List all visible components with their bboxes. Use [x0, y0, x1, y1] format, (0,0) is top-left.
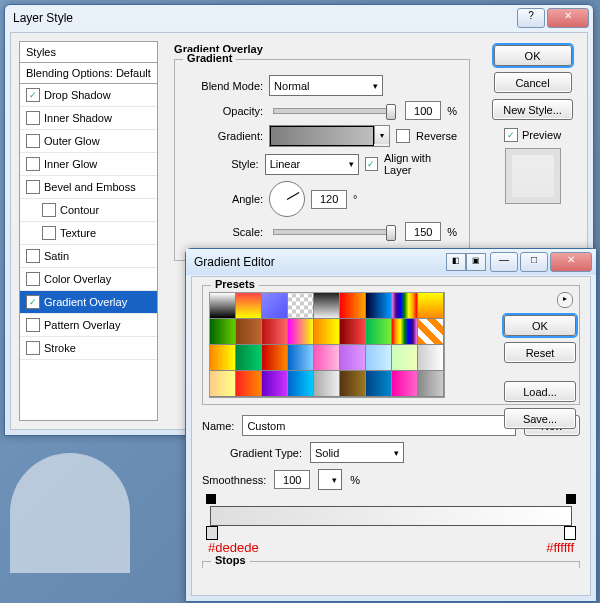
- presets-menu-button[interactable]: ▸: [557, 292, 573, 308]
- preset-swatch[interactable]: [417, 344, 444, 371]
- blend-mode-select[interactable]: Normal: [269, 75, 383, 96]
- preset-swatch[interactable]: [209, 318, 236, 345]
- preset-swatch[interactable]: [235, 292, 262, 319]
- preset-swatch[interactable]: [313, 318, 340, 345]
- preset-swatch[interactable]: [261, 344, 288, 371]
- style-row-drop-shadow[interactable]: Drop Shadow: [20, 84, 157, 107]
- preset-swatch[interactable]: [313, 292, 340, 319]
- preset-swatch[interactable]: [391, 344, 418, 371]
- preset-swatch[interactable]: [417, 292, 444, 319]
- preset-swatch[interactable]: [261, 292, 288, 319]
- style-checkbox[interactable]: [26, 341, 40, 355]
- preset-swatch[interactable]: [287, 318, 314, 345]
- reverse-checkbox[interactable]: [396, 129, 410, 143]
- save-button[interactable]: Save...: [504, 408, 576, 429]
- preset-swatch[interactable]: [313, 370, 340, 397]
- preset-swatch[interactable]: [339, 318, 366, 345]
- color-stop-right[interactable]: [564, 526, 576, 540]
- close-button[interactable]: ✕: [547, 8, 589, 28]
- preset-swatch[interactable]: [391, 318, 418, 345]
- preset-swatch[interactable]: [365, 292, 392, 319]
- preset-swatch[interactable]: [365, 344, 392, 371]
- preset-swatch[interactable]: [209, 292, 236, 319]
- cancel-button[interactable]: Cancel: [494, 72, 572, 93]
- gradient-editor-titlebar[interactable]: Gradient Editor ◧ ▣ — □ ✕: [186, 249, 596, 275]
- style-checkbox[interactable]: [26, 249, 40, 263]
- style-row-satin[interactable]: Satin: [20, 245, 157, 268]
- scale-slider[interactable]: [273, 229, 395, 235]
- style-select[interactable]: Linear: [265, 154, 359, 175]
- name-input[interactable]: Custom: [242, 415, 516, 436]
- style-checkbox[interactable]: [26, 272, 40, 286]
- preview-checkbox[interactable]: [504, 128, 518, 142]
- new-style-button[interactable]: New Style...: [492, 99, 573, 120]
- preset-swatch[interactable]: [417, 318, 444, 345]
- reset-button[interactable]: Reset: [504, 342, 576, 363]
- ok-button[interactable]: OK: [494, 45, 572, 66]
- ok-button[interactable]: OK: [504, 315, 576, 336]
- preset-swatch[interactable]: [287, 292, 314, 319]
- blending-options-row[interactable]: Blending Options: Default: [20, 63, 157, 84]
- style-checkbox[interactable]: [26, 157, 40, 171]
- close-button[interactable]: ✕: [550, 252, 592, 272]
- gradient-type-select[interactable]: Solid: [310, 442, 404, 463]
- preset-swatch[interactable]: [287, 370, 314, 397]
- preset-swatch[interactable]: [235, 318, 262, 345]
- smoothness-value[interactable]: 100: [274, 470, 310, 489]
- gradient-dropdown-button[interactable]: ▾: [374, 126, 389, 144]
- preset-swatch[interactable]: [339, 370, 366, 397]
- opacity-stop-right[interactable]: [566, 494, 576, 504]
- preset-swatch[interactable]: [209, 370, 236, 397]
- opacity-slider[interactable]: [273, 108, 395, 114]
- style-row-pattern-overlay[interactable]: Pattern Overlay: [20, 314, 157, 337]
- window-tab-icon[interactable]: ▣: [466, 253, 486, 271]
- style-row-inner-shadow[interactable]: Inner Shadow: [20, 107, 157, 130]
- load-button[interactable]: Load...: [504, 381, 576, 402]
- preset-swatch[interactable]: [287, 344, 314, 371]
- preset-swatch[interactable]: [417, 370, 444, 397]
- minimize-button[interactable]: —: [490, 252, 518, 272]
- preset-swatch[interactable]: [261, 370, 288, 397]
- style-checkbox[interactable]: [42, 203, 56, 217]
- preset-swatch[interactable]: [235, 370, 262, 397]
- opacity-value[interactable]: 100: [405, 101, 441, 120]
- style-checkbox[interactable]: [26, 88, 40, 102]
- smoothness-stepper[interactable]: [318, 469, 342, 490]
- opacity-stop-left[interactable]: [206, 494, 216, 504]
- preset-swatch[interactable]: [209, 344, 236, 371]
- preset-swatch[interactable]: [339, 292, 366, 319]
- style-row-contour[interactable]: Contour: [20, 199, 157, 222]
- style-checkbox[interactable]: [42, 226, 56, 240]
- style-row-stroke[interactable]: Stroke: [20, 337, 157, 360]
- preset-swatch[interactable]: [235, 344, 262, 371]
- style-checkbox[interactable]: [26, 295, 40, 309]
- preset-swatch[interactable]: [339, 344, 366, 371]
- style-checkbox[interactable]: [26, 180, 40, 194]
- preset-swatch[interactable]: [365, 318, 392, 345]
- style-row-inner-glow[interactable]: Inner Glow: [20, 153, 157, 176]
- preset-swatch[interactable]: [261, 318, 288, 345]
- style-row-outer-glow[interactable]: Outer Glow: [20, 130, 157, 153]
- align-checkbox[interactable]: [365, 157, 378, 171]
- style-row-gradient-overlay[interactable]: Gradient Overlay: [20, 291, 157, 314]
- style-row-color-overlay[interactable]: Color Overlay: [20, 268, 157, 291]
- style-row-bevel-and-emboss[interactable]: Bevel and Emboss: [20, 176, 157, 199]
- layer-style-titlebar[interactable]: Layer Style ? ✕: [5, 5, 593, 31]
- style-checkbox[interactable]: [26, 318, 40, 332]
- window-tab-icon[interactable]: ◧: [446, 253, 466, 271]
- preset-swatch[interactable]: [391, 370, 418, 397]
- angle-dial[interactable]: [269, 181, 305, 217]
- styles-header[interactable]: Styles: [20, 42, 157, 63]
- scale-value[interactable]: 150: [405, 222, 441, 241]
- help-button[interactable]: ?: [517, 8, 545, 28]
- style-row-texture[interactable]: Texture: [20, 222, 157, 245]
- gradient-bar[interactable]: [202, 496, 580, 538]
- gradient-swatch[interactable]: [270, 126, 374, 146]
- style-checkbox[interactable]: [26, 134, 40, 148]
- color-stop-left[interactable]: [206, 526, 218, 540]
- angle-value[interactable]: 120: [311, 190, 347, 209]
- style-checkbox[interactable]: [26, 111, 40, 125]
- preset-swatch[interactable]: [313, 344, 340, 371]
- preset-swatch[interactable]: [391, 292, 418, 319]
- maximize-button[interactable]: □: [520, 252, 548, 272]
